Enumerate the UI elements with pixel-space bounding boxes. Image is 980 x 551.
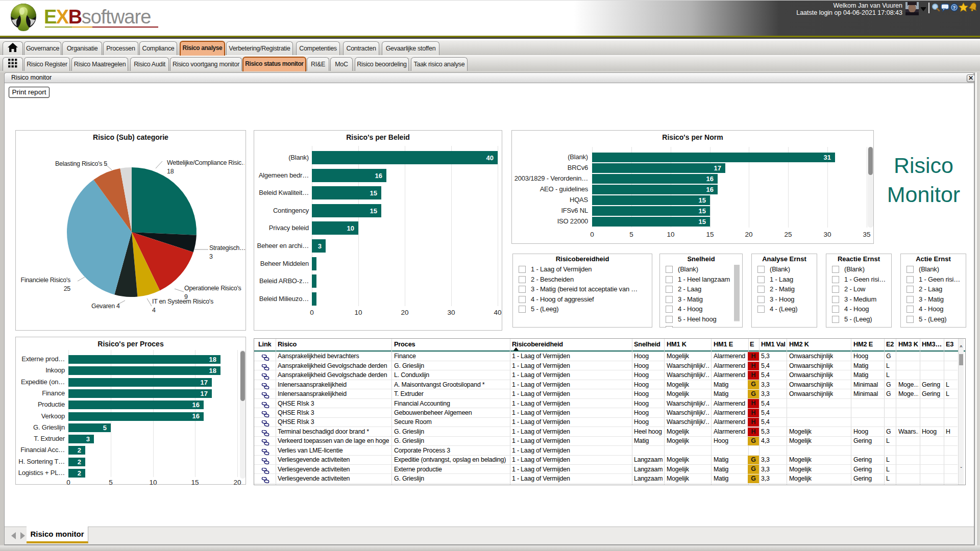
svg-text:?: ? [953, 5, 956, 10]
